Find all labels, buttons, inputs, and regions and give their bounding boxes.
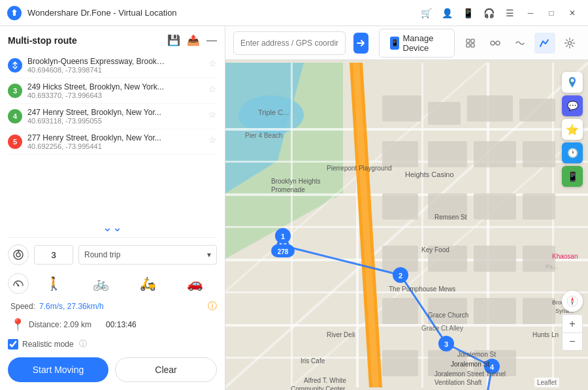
- realistic-mode-checkbox[interactable]: [8, 339, 18, 349]
- speed-info-icon[interactable]: ⓘ: [208, 301, 217, 312]
- loop-type-select[interactable]: Round trip ▾: [78, 245, 217, 265]
- start-moving-button[interactable]: Start Moving: [8, 357, 108, 382]
- svg-rect-5: [471, 39, 474, 42]
- route-item-star-3[interactable]: ☆: [208, 84, 217, 94]
- route-item-dot-5: 5: [8, 135, 22, 149]
- svg-text:Pierrepont Playground: Pierrepont Playground: [327, 165, 392, 172]
- svg-rect-34: [382, 141, 418, 167]
- clear-button[interactable]: Clear: [115, 357, 217, 382]
- svg-rect-35: [428, 141, 467, 167]
- svg-text:Community Center: Community Center: [291, 385, 346, 390]
- clock-icon[interactable]: 🕐: [562, 142, 583, 163]
- svg-text:Triple C...: Triple C...: [258, 108, 289, 116]
- car-mode[interactable]: 🚗: [183, 272, 206, 295]
- bike-mode[interactable]: 🚲: [89, 272, 112, 295]
- svg-point-9: [496, 41, 500, 45]
- manage-device-button[interactable]: 📱 Manage Device: [379, 29, 455, 57]
- close-button[interactable]: ✕: [563, 4, 581, 22]
- distance-row: 📍 Distance: 2.09 km 00:13:46: [8, 317, 217, 332]
- speed-label: Speed:: [10, 302, 35, 311]
- left-panel: Multi-stop route 💾 📤 —: [0, 26, 225, 390]
- user-icon[interactable]: 👤: [440, 7, 453, 20]
- expand-arrow[interactable]: ⌄⌄: [8, 218, 217, 237]
- svg-text:Hunts Ln: Hunts Ln: [532, 331, 559, 338]
- teleport-mode-icon[interactable]: [460, 33, 481, 54]
- svg-rect-44: [474, 246, 516, 272]
- route-item-name-1: Brooklyn-Queens Expressway, Brooklyn, ..…: [27, 57, 165, 66]
- svg-rect-38: [382, 193, 418, 219]
- route-item: 5 277 Henry Street, Brooklyn, New Yor...…: [8, 129, 217, 155]
- route-export-icon[interactable]: 📤: [187, 34, 200, 46]
- route-item-star-1[interactable]: ☆: [208, 58, 217, 69]
- zoom-controls: + −: [562, 314, 583, 351]
- svg-point-3: [18, 285, 20, 287]
- route-panel: Multi-stop route 💾 📤 —: [0, 26, 225, 390]
- svg-rect-32: [467, 95, 513, 122]
- map-area[interactable]: 📱 Manage Device: [225, 26, 588, 390]
- headphone-icon[interactable]: 🎧: [482, 7, 495, 20]
- app-grid-icon[interactable]: 📱: [562, 166, 583, 187]
- route-item-text-3: 249 Hicks Street, Brooklyn, New York... …: [27, 82, 203, 99]
- minimize-button[interactable]: ─: [521, 4, 540, 22]
- svg-rect-36: [474, 141, 516, 167]
- settings-mode-icon[interactable]: [559, 33, 580, 54]
- svg-text:Iris Cafe: Iris Cafe: [301, 357, 325, 365]
- route-item-star-4[interactable]: ☆: [208, 109, 217, 120]
- realistic-mode-info-icon[interactable]: ⓘ: [79, 338, 87, 349]
- svg-rect-48: [474, 298, 516, 324]
- distance-icon: 📍: [10, 317, 25, 332]
- compass-button[interactable]: [562, 291, 583, 312]
- svg-text:2: 2: [399, 272, 402, 280]
- svg-rect-50: [382, 350, 418, 376]
- route-item-text-4: 247 Henry Street, Brooklyn, New Yor... 4…: [27, 108, 203, 125]
- google-maps-icon[interactable]: [562, 72, 583, 93]
- svg-rect-14: [225, 128, 588, 131]
- search-box[interactable]: [233, 31, 346, 55]
- map-canvas[interactable]: 2 3 4 5 1 Triple C... Pier 4 Beach: [225, 60, 588, 390]
- svg-text:Pa...: Pa...: [546, 263, 558, 270]
- route-item-star-5[interactable]: ☆: [208, 135, 217, 145]
- route-item-name-4: 247 Henry Street, Brooklyn, New Yor...: [27, 108, 165, 117]
- route-collapse-icon[interactable]: —: [206, 35, 217, 46]
- one-stop-mode-icon[interactable]: [485, 33, 506, 54]
- discord-icon[interactable]: 💬: [562, 95, 583, 116]
- cart-icon[interactable]: 🛒: [419, 7, 433, 20]
- loop-count-input[interactable]: 3: [34, 245, 73, 265]
- phone-icon[interactable]: 📱: [461, 7, 474, 20]
- route-item-coords-5: 40.692256, -73.995441: [27, 142, 203, 150]
- svg-text:The Pumphouse Mews: The Pumphouse Mews: [389, 285, 455, 293]
- walk-mode[interactable]: 🚶: [42, 272, 65, 295]
- svg-text:River Deli: River Deli: [327, 331, 355, 338]
- zoom-in-button[interactable]: +: [562, 314, 583, 333]
- svg-rect-4: [466, 39, 470, 42]
- route-item-text-5: 277 Henry Street, Brooklyn, New Yor... 4…: [27, 133, 203, 150]
- route-mode-icon[interactable]: [534, 33, 555, 54]
- manage-device-label: Manage Device: [403, 33, 444, 53]
- search-go-button[interactable]: [353, 33, 368, 54]
- star-icon[interactable]: ⭐: [562, 119, 583, 140]
- multi-stop-mode-icon[interactable]: [510, 33, 531, 54]
- distance-time: 00:13:46: [106, 320, 137, 329]
- svg-text:Joralemon St: Joralemon St: [457, 351, 496, 358]
- dropdown-arrow-icon: ▾: [207, 250, 211, 259]
- moped-mode[interactable]: 🛵: [136, 272, 159, 295]
- loop-icon: [8, 244, 29, 265]
- svg-rect-24: [421, 63, 423, 387]
- svg-text:Joralemon Street Tunnel: Joralemon Street Tunnel: [434, 370, 506, 378]
- leaflet-badge: Leaflet: [534, 378, 559, 387]
- svg-rect-20: [225, 324, 588, 327]
- svg-text:Ventilation Shaft: Ventilation Shaft: [434, 379, 482, 386]
- route-item: 4 247 Henry Street, Brooklyn, New Yor...…: [8, 104, 217, 129]
- svg-rect-30: [382, 95, 421, 122]
- realistic-mode-label: Realistic mode: [22, 340, 74, 349]
- titlebar: Wondershare Dr.Fone - Virtual Location 🛒…: [0, 0, 588, 26]
- menu-icon[interactable]: ☰: [503, 7, 516, 20]
- route-item-coords-4: 40.693118, -73.995055: [27, 117, 203, 125]
- zoom-out-button[interactable]: −: [562, 333, 583, 351]
- realistic-mode-row: Realistic mode ⓘ: [8, 338, 217, 349]
- search-input[interactable]: [240, 39, 338, 48]
- svg-rect-46: [382, 298, 418, 324]
- svg-text:1: 1: [281, 233, 285, 240]
- route-save-icon[interactable]: 💾: [167, 34, 180, 46]
- maximize-button[interactable]: □: [542, 4, 561, 22]
